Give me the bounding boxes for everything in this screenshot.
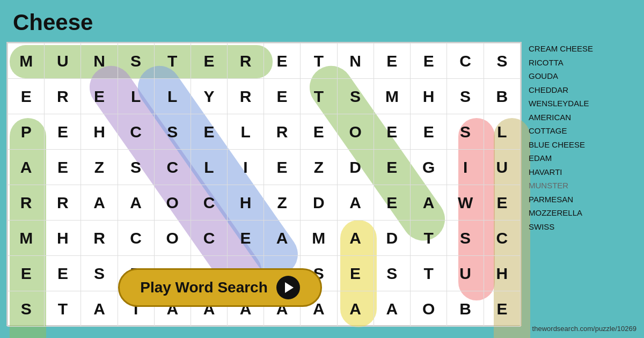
grid-cell: L [154, 79, 191, 114]
grid-cell: C [118, 221, 154, 256]
grid-cell: B [447, 291, 484, 327]
grid-cell: E [191, 114, 227, 150]
grid-cell: A [374, 291, 410, 327]
grid-cell: W [447, 185, 484, 221]
grid-cell: H [484, 256, 520, 291]
grid-cell: I [228, 150, 264, 185]
word-list-item: HAVARTI [529, 165, 641, 179]
grid-cell: E [484, 185, 520, 221]
grid-cell: S [484, 43, 520, 79]
grid-cell: R [264, 114, 301, 150]
grid-cell: L [484, 114, 520, 150]
grid-cell: R [45, 79, 81, 114]
grid-cell: E [45, 256, 81, 291]
word-list-item: MUNSTER [529, 179, 641, 193]
grid-cell: M [301, 221, 337, 256]
word-list-item: COTTAGE [529, 124, 641, 138]
grid-cell: E [337, 256, 374, 291]
grid-cell: E [374, 114, 410, 150]
grid-cell: E [484, 291, 520, 327]
grid-cell: C [447, 43, 484, 79]
grid-cell: E [374, 150, 410, 185]
grid-cell: A [337, 291, 374, 327]
url-text: thewordsearch.com/puzzle/10269 [532, 325, 636, 333]
grid-cell: C [191, 221, 227, 256]
grid-cell: U [484, 150, 520, 185]
play-button[interactable]: Play Word Search [118, 268, 322, 307]
grid-cell: H [45, 221, 81, 256]
grid-cell: S [337, 79, 374, 114]
grid-cell: A [81, 185, 118, 221]
grid-cell: E [45, 150, 81, 185]
grid-cell: A [337, 185, 374, 221]
page-title: Cheese [13, 10, 93, 35]
grid-cell: S [374, 256, 410, 291]
grid-cell: D [301, 185, 337, 221]
grid-cell: A [264, 221, 301, 256]
grid-cell: S [447, 79, 484, 114]
grid-cell: R [228, 43, 264, 79]
grid-cell: A [8, 150, 45, 185]
grid-cell: L [228, 114, 264, 150]
grid-cell: O [154, 221, 191, 256]
grid-cell: S [447, 114, 484, 150]
grid-cell: E [8, 79, 45, 114]
grid-cell: E [301, 114, 337, 150]
grid-cell: L [118, 79, 154, 114]
grid-cell: S [447, 221, 484, 256]
grid-cell: O [411, 291, 447, 327]
grid-cell: E [264, 43, 301, 79]
grid-cell: T [411, 221, 447, 256]
grid-cell: E [45, 114, 81, 150]
grid-cell: A [118, 185, 154, 221]
grid-cell: C [191, 185, 227, 221]
grid-cell: M [8, 43, 45, 79]
grid-cell: R [228, 79, 264, 114]
grid-cell: T [301, 79, 337, 114]
grid-cell: R [81, 221, 118, 256]
grid-cell: D [337, 150, 374, 185]
grid-cell: A [337, 221, 374, 256]
grid-cell: T [45, 291, 81, 327]
word-list-item: BLUE CHEESE [529, 138, 641, 152]
grid-cell: C [484, 221, 520, 256]
grid-cell: Z [264, 185, 301, 221]
grid-cell: E [411, 43, 447, 79]
grid-cell: C [154, 150, 191, 185]
word-list-item: EDAM [529, 151, 641, 165]
grid-cell: E [81, 79, 118, 114]
grid-cell: B [484, 79, 520, 114]
grid-cell: H [81, 114, 118, 150]
grid-cell: E [411, 114, 447, 150]
grid-cell: H [228, 185, 264, 221]
grid-cell: A [411, 185, 447, 221]
grid-cell: U [447, 256, 484, 291]
grid-cell: O [337, 114, 374, 150]
play-button-label: Play Word Search [140, 279, 268, 296]
word-list-item: WENSLEYDALE [529, 97, 641, 111]
grid-cell: E [8, 256, 45, 291]
grid-cell: M [374, 79, 410, 114]
word-list-item: SWISS [529, 220, 641, 234]
grid-cell: S [8, 291, 45, 327]
grid-cell: L [191, 150, 227, 185]
grid-cell: E [264, 79, 301, 114]
grid-cell: E [264, 150, 301, 185]
grid-cell: M [8, 221, 45, 256]
grid-cell: S [118, 150, 154, 185]
grid-cell: E [191, 43, 227, 79]
grid-cell: I [447, 150, 484, 185]
word-list-item: AMERICAN [529, 111, 641, 124]
play-icon [276, 276, 300, 299]
grid-cell: Z [81, 150, 118, 185]
grid-cell: P [8, 114, 45, 150]
word-list-item: CREAM CHEESE [529, 42, 641, 56]
grid-cell: D [374, 221, 410, 256]
word-list-item: MOZZERELLA [529, 206, 641, 220]
grid-cell: S [81, 256, 118, 291]
grid-cell: U [45, 43, 81, 79]
grid-cell: N [337, 43, 374, 79]
word-list-item: GOUDA [529, 69, 641, 83]
grid-cell: E [374, 185, 410, 221]
grid-cell: T [411, 256, 447, 291]
